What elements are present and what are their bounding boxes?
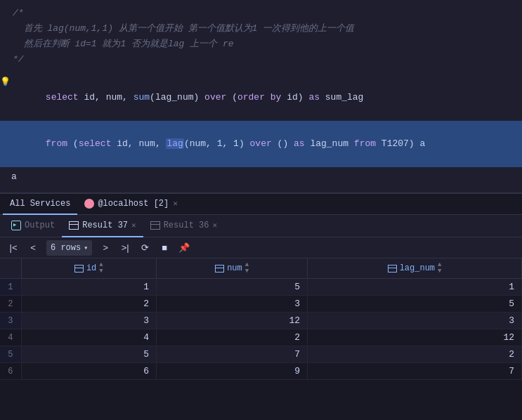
prev-page-button[interactable]: < bbox=[24, 239, 42, 256]
num-cell: 7 bbox=[157, 346, 308, 363]
num-col-label: num bbox=[227, 263, 242, 273]
table-header-row: id ▲▼ num ▲▼ lag_n bbox=[0, 258, 522, 279]
first-page-button[interactable]: |< bbox=[4, 239, 22, 256]
select-kw2: elect bbox=[51, 92, 79, 103]
gutter-q1: 💡 bbox=[0, 74, 13, 90]
query-content-1: select id, num, sum(lag_num) over (order… bbox=[13, 74, 516, 121]
result37-label: Result 37 bbox=[82, 221, 128, 230]
rows-selector[interactable]: 6 rows ▾ bbox=[46, 240, 92, 256]
id-sort-arrows[interactable]: ▲▼ bbox=[99, 262, 103, 275]
lagnum-column-header[interactable]: lag_num ▲▼ bbox=[308, 258, 522, 279]
id-column-header[interactable]: id ▲▼ bbox=[21, 258, 157, 279]
result36-tab[interactable]: Result 36 ✕ bbox=[143, 215, 224, 237]
services-tabbar: All Services @localhost [2] ✕ bbox=[0, 194, 522, 215]
query-line-1[interactable]: 💡 select id, num, sum(lag_num) over (ord… bbox=[0, 74, 522, 121]
result37-icon bbox=[69, 221, 79, 230]
id-col-icon bbox=[74, 265, 84, 273]
rows-dropdown-arrow: ▾ bbox=[84, 244, 88, 252]
result37-close[interactable]: ✕ bbox=[131, 221, 136, 230]
data-table-wrap: id ▲▼ num ▲▼ lag_n bbox=[0, 258, 522, 420]
select-keyword: s bbox=[46, 92, 51, 103]
result36-label: Result 36 bbox=[164, 221, 209, 230]
row-number-header bbox=[0, 258, 21, 279]
id-cell: 6 bbox=[21, 363, 157, 380]
table-row: 33123 bbox=[0, 313, 522, 329]
table-row: 44212 bbox=[0, 329, 522, 346]
query-line-2[interactable]: from (select id, num, lag(num, 1, 1) ove… bbox=[0, 121, 522, 167]
comment-text-3: 然后在判断 id=1 就为1 否为就是lag 上一个 re bbox=[13, 37, 516, 52]
lagnum-cell: 3 bbox=[308, 313, 522, 329]
query-content-2: from (select id, num, lag(num, 1, 1) ove… bbox=[13, 121, 516, 167]
db-connection-tab[interactable]: @localhost [2] ✕ bbox=[77, 194, 184, 215]
lagnum-col-icon bbox=[388, 265, 397, 273]
alias-text: a bbox=[0, 167, 522, 187]
results-table: id ▲▼ num ▲▼ lag_n bbox=[0, 258, 522, 380]
stop-button[interactable]: ■ bbox=[155, 239, 174, 256]
lagnum-cell: 1 bbox=[308, 279, 522, 296]
all-services-tab[interactable]: All Services bbox=[3, 194, 77, 215]
result-tabbar: Output Result 37 ✕ Result 36 ✕ bbox=[0, 215, 522, 237]
row-index-cell: 6 bbox=[0, 363, 21, 380]
num-cell: 2 bbox=[157, 329, 308, 346]
num-col-icon bbox=[215, 265, 224, 273]
table-body: 11512235331234421255726697 bbox=[0, 279, 522, 380]
result37-tab[interactable]: Result 37 ✕ bbox=[62, 215, 143, 237]
all-services-label: All Services bbox=[10, 199, 70, 209]
lagnum-cell: 7 bbox=[308, 363, 522, 380]
lagnum-sort-arrows[interactable]: ▲▼ bbox=[438, 262, 441, 275]
comment-text-4: */ bbox=[13, 52, 516, 67]
bulb-icon: 💡 bbox=[0, 74, 11, 90]
id-cell: 2 bbox=[21, 296, 157, 313]
lagnum-cell: 12 bbox=[308, 329, 522, 346]
bottom-panel: All Services @localhost [2] ✕ Output Res… bbox=[0, 193, 522, 420]
lagnum-col-label: lag_num bbox=[400, 263, 435, 273]
output-label: Output bbox=[25, 221, 55, 230]
comment-text-2: 首先 lag(num,1,1) 从第一个值开始 第一个值默认为1 一次得到他的上… bbox=[13, 21, 516, 37]
refresh-button[interactable]: ⟳ bbox=[136, 239, 154, 256]
id-col-label: id bbox=[86, 263, 96, 273]
table-row: 5572 bbox=[0, 346, 522, 363]
last-page-button[interactable]: >| bbox=[116, 239, 134, 256]
num-sort-arrows[interactable]: ▲▼ bbox=[245, 262, 249, 275]
data-toolbar: |< < 6 rows ▾ > >| ⟳ ■ 📌 bbox=[0, 237, 522, 258]
num-cell: 9 bbox=[157, 363, 308, 380]
comment-line-2: 首先 lag(num,1,1) 从第一个值开始 第一个值默认为1 一次得到他的上… bbox=[0, 21, 522, 37]
next-page-button[interactable]: > bbox=[96, 239, 115, 256]
table-row: 6697 bbox=[0, 363, 522, 380]
id-cell: 5 bbox=[21, 346, 157, 363]
row-index-cell: 5 bbox=[0, 346, 21, 363]
comment-line-4: */ bbox=[0, 52, 522, 67]
lagnum-cell: 2 bbox=[308, 346, 522, 363]
num-cell: 12 bbox=[157, 313, 308, 329]
code-editor: /* 首先 lag(num,1,1) 从第一个值开始 第一个值默认为1 一次得到… bbox=[0, 0, 522, 193]
num-cell: 3 bbox=[157, 296, 308, 313]
table-row: 1151 bbox=[0, 279, 522, 296]
db-icon bbox=[84, 199, 94, 209]
table-row: 2235 bbox=[0, 296, 522, 313]
pin-button[interactable]: 📌 bbox=[175, 239, 193, 256]
db-tab-close[interactable]: ✕ bbox=[173, 199, 178, 208]
comment-line-3: 然后在判断 id=1 就为1 否为就是lag 上一个 re bbox=[0, 37, 522, 52]
num-column-header[interactable]: num ▲▼ bbox=[157, 258, 308, 279]
comment-line-1: /* bbox=[0, 6, 522, 21]
row-index-cell: 1 bbox=[0, 279, 21, 296]
result36-icon bbox=[150, 221, 160, 230]
output-tab[interactable]: Output bbox=[4, 215, 62, 237]
output-icon bbox=[11, 221, 21, 230]
id-cell: 4 bbox=[21, 329, 157, 346]
rows-label: 6 rows bbox=[51, 243, 81, 253]
db-label: @localhost [2] bbox=[98, 199, 169, 209]
lagnum-cell: 5 bbox=[308, 296, 522, 313]
row-index-cell: 4 bbox=[0, 329, 21, 346]
id-cell: 1 bbox=[21, 279, 157, 296]
row-index-cell: 3 bbox=[0, 313, 21, 329]
result36-close[interactable]: ✕ bbox=[212, 221, 217, 230]
id-cell: 3 bbox=[21, 313, 157, 329]
row-index-cell: 2 bbox=[0, 296, 21, 313]
comment-text-1: /* bbox=[13, 6, 516, 21]
num-cell: 5 bbox=[157, 279, 308, 296]
